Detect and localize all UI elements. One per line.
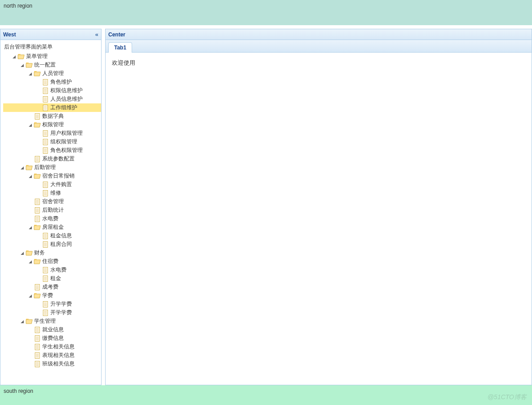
- expand-toggle-icon[interactable]: ◢: [27, 225, 33, 230]
- indent: [3, 52, 11, 61]
- document-icon: [34, 215, 41, 223]
- indent: [3, 351, 11, 360]
- tree-leaf[interactable]: 升学学费: [3, 300, 101, 308]
- tree-node-label: 工作组维护: [50, 104, 80, 111]
- tree-node-label: 菜单管理: [26, 53, 50, 60]
- indent: [19, 172, 27, 180]
- expand-toggle-icon[interactable]: ◢: [19, 63, 25, 67]
- indent: [19, 69, 27, 78]
- indent: [3, 69, 11, 78]
- indent: [19, 325, 27, 334]
- tree-leaf[interactable]: 租金: [3, 274, 101, 283]
- folder-open-icon: [34, 292, 41, 299]
- indent: [11, 197, 19, 206]
- nav-tree: 后台管理界面的菜单 ◢菜单管理◢统一配置◢人员管理角色维护权限信息维护人员信息维…: [0, 40, 101, 385]
- tree-node-label: 角色维护: [50, 78, 75, 86]
- tree-leaf[interactable]: 就业信息: [3, 325, 101, 334]
- tree-folder[interactable]: ◢住宿费: [3, 257, 101, 266]
- document-icon: [34, 284, 41, 291]
- indent: [3, 317, 11, 325]
- expand-toggle-icon[interactable]: ◢: [11, 54, 17, 59]
- tree-leaf[interactable]: 缴费信息: [3, 334, 101, 343]
- tree-leaf[interactable]: 班级相关信息: [3, 360, 101, 368]
- tree-folder[interactable]: ◢宿舍日常报销: [3, 172, 101, 180]
- tree-node-label: 就业信息: [42, 326, 66, 334]
- tree-leaf[interactable]: 角色维护: [3, 78, 101, 86]
- indent: [27, 189, 35, 197]
- expand-toggle-icon[interactable]: ◢: [27, 294, 33, 298]
- tab-tab1[interactable]: Tab1: [108, 42, 132, 53]
- indent: [3, 146, 11, 155]
- tree-node-label: 权限管理: [42, 121, 66, 129]
- tree-leaf[interactable]: 数据字典: [3, 112, 101, 120]
- tree-leaf[interactable]: 成考费: [3, 283, 101, 291]
- collapse-west-icon[interactable]: «: [95, 31, 98, 38]
- tree-leaf[interactable]: 用户权限管理: [3, 129, 101, 138]
- indent: [11, 308, 19, 317]
- indent: [27, 231, 35, 240]
- indent: [27, 78, 35, 86]
- indent: [27, 86, 35, 95]
- indent: [11, 343, 19, 351]
- tree-leaf[interactable]: 大件购置: [3, 180, 101, 189]
- tree-node-label: 学费: [42, 292, 56, 299]
- tree-leaf[interactable]: 表现相关信息: [3, 351, 101, 360]
- tree-leaf[interactable]: 学生相关信息: [3, 343, 101, 351]
- indent: [3, 240, 11, 249]
- tree-folder[interactable]: ◢人员管理: [3, 69, 101, 78]
- expand-toggle-icon[interactable]: ◢: [19, 319, 25, 324]
- expand-toggle-icon[interactable]: ◢: [27, 123, 33, 127]
- indent: [11, 78, 19, 86]
- indent: [19, 206, 27, 214]
- tree-folder[interactable]: ◢后勤管理: [3, 163, 101, 172]
- tree-node-label: 人员信息维护: [50, 95, 85, 103]
- indent: [3, 103, 11, 112]
- tree-leaf[interactable]: 后勤统计: [3, 206, 101, 214]
- tree-leaf[interactable]: 工作组维护: [3, 103, 101, 112]
- tree-leaf[interactable]: 系统参数配置: [3, 155, 101, 163]
- center-panel-title: Center: [108, 31, 125, 38]
- expand-toggle-icon[interactable]: ◢: [27, 71, 33, 76]
- tree-leaf[interactable]: 租金信息: [3, 231, 101, 240]
- document-icon: [42, 301, 49, 308]
- tree-folder[interactable]: ◢学费: [3, 291, 101, 300]
- indent: [19, 300, 27, 308]
- tree-leaf[interactable]: 水电费: [3, 214, 101, 223]
- tree-leaf[interactable]: 组权限管理: [3, 138, 101, 146]
- indent: [11, 334, 19, 343]
- tree-leaf[interactable]: 开学学费: [3, 308, 101, 317]
- tree-leaf[interactable]: 角色权限管理: [3, 146, 101, 155]
- folder-open-icon: [34, 121, 41, 129]
- tree-node-label: 房屋租金: [42, 223, 66, 231]
- tree-leaf[interactable]: 租房合同: [3, 240, 101, 249]
- document-icon: [34, 352, 41, 359]
- expand-toggle-icon[interactable]: ◢: [27, 174, 33, 178]
- tree-leaf[interactable]: 水电费: [3, 266, 101, 274]
- indent: [11, 120, 19, 129]
- tree-node-label: 水电费: [50, 266, 69, 274]
- indent: [3, 214, 11, 223]
- tree-leaf[interactable]: 人员信息维护: [3, 95, 101, 103]
- tree-folder[interactable]: ◢统一配置: [3, 61, 101, 69]
- north-region-text: north region: [4, 3, 32, 9]
- tree-leaf[interactable]: 权限信息维护: [3, 86, 101, 95]
- tree-leaf[interactable]: 维修: [3, 189, 101, 197]
- indent: [3, 129, 11, 138]
- folder-open-icon: [26, 318, 33, 325]
- indent: [3, 138, 11, 146]
- tree-folder[interactable]: ◢权限管理: [3, 120, 101, 129]
- tree-folder[interactable]: ◢房屋租金: [3, 223, 101, 231]
- indent: [11, 214, 19, 223]
- indent: [3, 61, 11, 69]
- expand-toggle-icon[interactable]: ◢: [19, 251, 25, 255]
- tree-leaf[interactable]: 宿舍管理: [3, 197, 101, 206]
- expand-toggle-icon[interactable]: ◢: [19, 165, 25, 170]
- tree-folder[interactable]: ◢学生管理: [3, 317, 101, 325]
- indent: [27, 274, 35, 283]
- tree-folder[interactable]: ◢财务: [3, 249, 101, 257]
- expand-toggle-icon[interactable]: ◢: [27, 259, 33, 264]
- tree-node-label: 角色权限管理: [50, 147, 85, 154]
- north-region: north region: [0, 0, 532, 25]
- indent: [11, 180, 19, 189]
- tree-folder[interactable]: ◢菜单管理: [3, 52, 101, 61]
